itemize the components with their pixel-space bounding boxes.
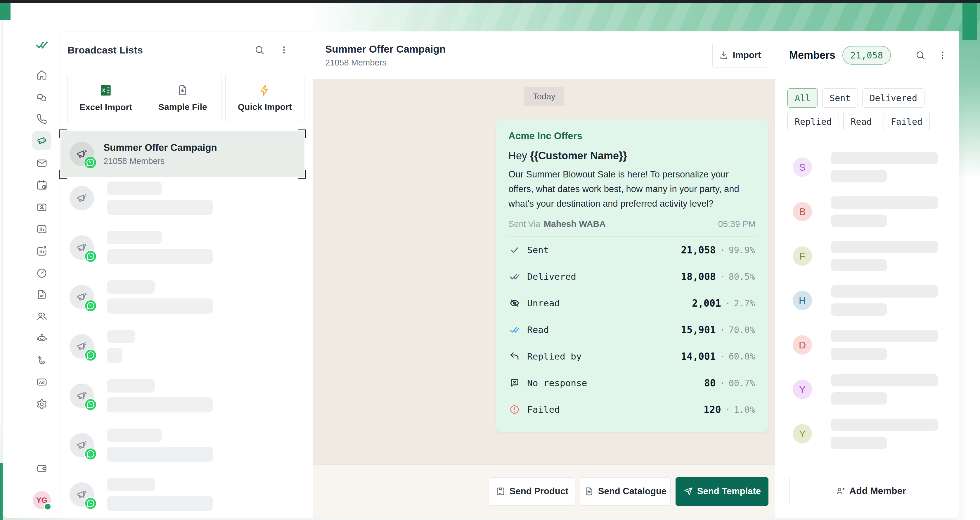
- excel-import-button[interactable]: X Excel Import: [67, 74, 144, 121]
- broadcast-list-item-selected[interactable]: Summer Offer Campaign 21058 Members: [60, 131, 304, 177]
- nav-analytics[interactable]: [32, 220, 51, 239]
- kebab-menu-icon[interactable]: [937, 50, 948, 61]
- nav-broadcast[interactable]: [32, 131, 51, 150]
- filter-delivered[interactable]: Delivered: [862, 88, 924, 108]
- broadcast-list-item[interactable]: [70, 378, 313, 413]
- nav-ads[interactable]: Ad: [32, 372, 51, 392]
- member-row[interactable]: H: [793, 285, 959, 316]
- gauge-icon: [36, 267, 48, 279]
- import-button[interactable]: Import: [712, 43, 767, 68]
- search-icon[interactable]: [915, 50, 926, 61]
- wallet-icon: [36, 463, 48, 474]
- member-avatar: Y: [793, 424, 812, 443]
- whatsapp-badge: [84, 448, 95, 459]
- contact-card-icon: [36, 201, 48, 213]
- stat-row-read: Read 15,901·70.0%: [508, 317, 756, 343]
- broadcast-list-item[interactable]: [70, 477, 313, 512]
- megaphone-icon: [36, 135, 48, 147]
- sample-file-button[interactable]: Sample File: [144, 74, 221, 121]
- message-x-icon: [509, 377, 520, 388]
- date-divider: Today: [524, 87, 564, 106]
- skeleton-bar: [831, 170, 887, 182]
- broadcast-list-item[interactable]: [70, 279, 313, 314]
- member-avatar: Y: [793, 380, 812, 399]
- filter-failed[interactable]: Failed: [884, 112, 930, 131]
- quick-import-button[interactable]: Quick Import: [226, 74, 304, 121]
- skeleton-bar: [831, 303, 887, 316]
- excel-icon: X: [99, 84, 113, 98]
- svg-text:Ad: Ad: [39, 380, 45, 384]
- green-accent-top-left: [0, 3, 11, 20]
- nav-teams[interactable]: [32, 306, 51, 326]
- broadcast-list-item[interactable]: [70, 181, 313, 216]
- nav-inbox[interactable]: [32, 153, 51, 173]
- campaign-members-count: 21058 Members: [103, 156, 217, 166]
- bar-chart-icon: [36, 223, 48, 235]
- member-row[interactable]: S: [793, 152, 959, 182]
- nav-chatbot[interactable]: [32, 329, 51, 348]
- users-icon: [36, 310, 48, 322]
- selection-bracket: [298, 129, 306, 138]
- members-header: Members 21,058: [775, 32, 959, 79]
- broadcast-header: Broadcast Lists: [67, 41, 289, 59]
- members-title: Members: [789, 49, 835, 61]
- nav-scheduled[interactable]: [32, 175, 51, 195]
- member-avatar: H: [793, 291, 812, 310]
- skeleton-bar: [831, 152, 938, 164]
- kebab-menu-icon[interactable]: [279, 45, 289, 55]
- sample-file-label: Sample File: [158, 102, 207, 112]
- nav-settings[interactable]: [32, 395, 51, 414]
- download-icon: [719, 50, 729, 60]
- gear-icon: [36, 399, 48, 410]
- member-row[interactable]: D: [793, 330, 959, 360]
- whatsapp-badge: [84, 349, 95, 360]
- member-row[interactable]: B: [793, 196, 959, 227]
- nav-wallet[interactable]: [32, 459, 51, 478]
- filter-sent[interactable]: Sent: [822, 88, 858, 108]
- nav-reports-export[interactable]: [32, 241, 51, 261]
- selection-bracket: [298, 170, 306, 179]
- send-template-button[interactable]: Send Template: [676, 477, 768, 506]
- nav-calls[interactable]: [32, 109, 51, 129]
- broadcast-list-item[interactable]: [70, 427, 313, 463]
- filter-read[interactable]: Read: [843, 112, 879, 131]
- broadcast-list-item[interactable]: [70, 329, 313, 364]
- member-row[interactable]: Y: [793, 419, 959, 449]
- whatsapp-badge: [84, 299, 95, 310]
- user-avatar[interactable]: YG: [33, 491, 51, 509]
- send-catalogue-button[interactable]: Send Catalogue: [580, 477, 671, 506]
- selection-bracket: [59, 170, 67, 179]
- skeleton-bar: [107, 182, 162, 195]
- chat-panel: Summer Offer Campaign 21058 Members Impo…: [313, 32, 775, 518]
- members-footer: Add Member: [789, 477, 952, 505]
- search-icon[interactable]: [254, 45, 265, 55]
- nav-templates[interactable]: [32, 285, 51, 304]
- filter-replied[interactable]: Replied: [788, 112, 839, 131]
- green-gradient-band: [307, 3, 980, 31]
- nav-chats[interactable]: [32, 88, 51, 107]
- reply-icon: [509, 351, 520, 362]
- import-cards: X Excel Import Sample File: [67, 73, 304, 122]
- member-row[interactable]: F: [793, 241, 959, 271]
- alert-circle-icon: [509, 404, 520, 415]
- broadcast-item-avatar: [70, 285, 94, 309]
- nav-home[interactable]: [32, 65, 51, 85]
- broadcast-item-avatar: [70, 334, 94, 359]
- skeleton-bar: [831, 437, 887, 449]
- send-product-button[interactable]: Send Product: [489, 477, 575, 506]
- skeleton-bar: [831, 419, 938, 431]
- sent-via-value: Mahesh WABA: [544, 219, 606, 229]
- campaign-avatar: [70, 142, 94, 166]
- nav-contacts[interactable]: [32, 198, 51, 217]
- filter-all[interactable]: All: [788, 88, 818, 108]
- member-row[interactable]: Y: [793, 374, 959, 405]
- broadcast-list-item[interactable]: [70, 230, 313, 265]
- nav-ai-assistant[interactable]: [32, 351, 51, 370]
- skeleton-bar: [831, 348, 887, 360]
- nav-performance[interactable]: [32, 263, 51, 283]
- member-avatar: F: [793, 246, 812, 266]
- skeleton-bar: [107, 397, 213, 412]
- member-avatar: S: [793, 158, 812, 177]
- add-member-button[interactable]: Add Member: [789, 477, 952, 505]
- svg-text:X: X: [102, 88, 105, 93]
